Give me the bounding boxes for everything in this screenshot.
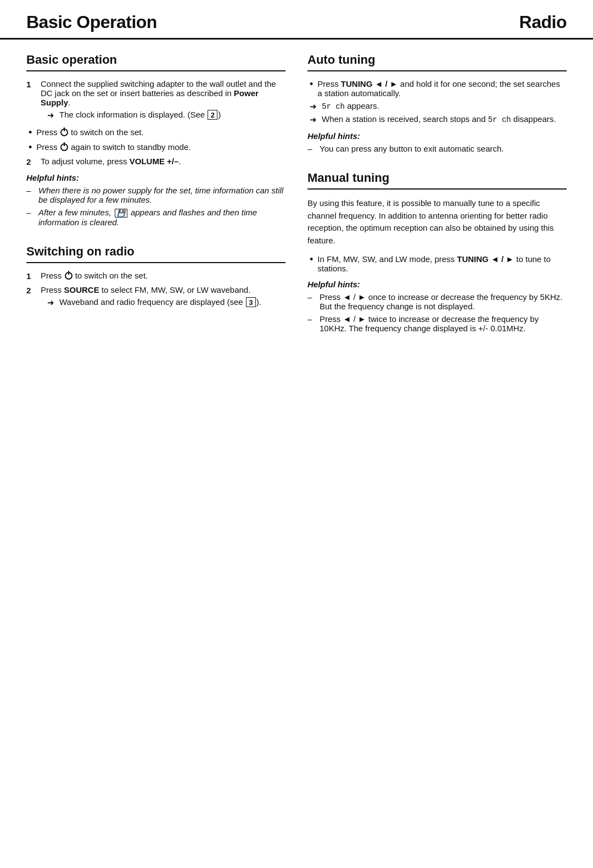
display-srch: 5r ch — [322, 102, 345, 111]
hint-3-text-2: Press ◄ / ► twice to increase or decreas… — [320, 314, 567, 333]
section-title-switching: Switching on radio — [26, 244, 286, 263]
auto-bullet-dot: • — [310, 79, 313, 91]
helpful-hints-list-1: – When there is no power supply for the … — [26, 186, 286, 227]
helpful-hints-list-2: – You can press any button to exit autom… — [307, 144, 567, 153]
bullet-standby: • Press again to switch to standby mode. — [26, 142, 286, 154]
auto-arrow-icon-2: ➜ — [310, 115, 317, 125]
bullet-text-2: Press again to switch to standby mode. — [36, 142, 191, 152]
manual-tuning-bullet-1: • In FM, MW, SW, and LW mode, press TUNI… — [307, 254, 567, 273]
section-basic-operation: Basic operation 1 Connect the supplied s… — [26, 53, 286, 227]
switch-step-1: 1 Press to switch on the set. — [26, 271, 286, 281]
dash-4: – — [307, 292, 315, 302]
step-2-text: To adjust volume, press VOLUME +/–. — [41, 157, 181, 166]
auto-arrow-icon-1: ➜ — [310, 102, 317, 112]
switch-step-2-content: Press SOURCE to select FM, MW, SW, or LW… — [41, 285, 286, 310]
bullet-text-1: Press to switch on the set. — [36, 127, 143, 137]
dash-1: – — [26, 186, 34, 195]
display-srch-2: 5r ch — [488, 115, 511, 124]
hint-1-text-2: After a few minutes, 💾 appears and flash… — [38, 208, 286, 227]
switch-step-1-text: Press to switch on the set. — [41, 271, 148, 280]
auto-arrow-text-2: When a station is received, search stops… — [322, 114, 556, 124]
section-title-manual-tuning: Manual tuning — [307, 171, 567, 190]
hint-1-item-1: – When there is no power supply for the … — [26, 186, 286, 204]
hint-3-item-1: – Press ◄ / ► once to increase or decrea… — [307, 292, 567, 311]
power-icon-2 — [60, 143, 68, 151]
auto-arrow-1: ➜ 5r ch appears. — [310, 101, 567, 112]
step-2: 2 To adjust volume, press VOLUME +/–. — [26, 157, 286, 166]
section-title-auto-tuning: Auto tuning — [307, 53, 567, 71]
dash-3: – — [307, 144, 315, 153]
step-number-2: 2 — [26, 157, 35, 166]
step-2-content: To adjust volume, press VOLUME +/–. — [41, 157, 286, 166]
section-switching-on-radio: Switching on radio 1 Press to switch on … — [26, 244, 286, 310]
helpful-hints-title-1: Helpful hints: — [26, 173, 286, 182]
auto-arrow-text-1: 5r ch appears. — [322, 101, 379, 111]
basic-operation-steps: 1 Connect the supplied switching adapter… — [26, 79, 286, 123]
hint-3-text-1: Press ◄ / ► once to increase or decrease… — [320, 292, 567, 311]
switching-steps: 1 Press to switch on the set. 2 Press SO… — [26, 271, 286, 310]
dash-2: – — [26, 208, 34, 217]
switch-step-2-arrow: ➜ Waveband and radio frequency are displ… — [47, 297, 286, 308]
step-1-content: Connect the supplied switching adapter t… — [41, 79, 286, 123]
bullet-power-on: • Press to switch on the set. — [26, 127, 286, 139]
step-1-text: Connect the supplied switching adapter t… — [41, 79, 276, 107]
manual-tuning-text: In FM, MW, SW, and LW mode, press TUNING… — [317, 254, 567, 273]
header-title-left: Basic Operation — [26, 12, 157, 32]
hint-3-item-2: – Press ◄ / ► twice to increase or decre… — [307, 314, 567, 333]
manual-tuning-intro: By using this feature, it is possible to… — [307, 197, 567, 247]
manual-bullet-dot: • — [310, 254, 313, 266]
step-1-arrow-text: The clock information is displayed. (See… — [59, 110, 221, 120]
step-1-arrow: ➜ The clock information is displayed. (S… — [47, 110, 286, 120]
switch-step-num-2: 2 — [26, 285, 35, 295]
display-icon: 💾 — [115, 209, 127, 218]
switch-step-num-1: 1 — [26, 271, 35, 281]
hint-2-item-1: – You can press any button to exit autom… — [307, 144, 567, 153]
switch-step-2-text: Press SOURCE to select FM, MW, SW, or LW… — [41, 285, 250, 294]
bullet-dot-2: • — [29, 142, 32, 154]
dash-5: – — [307, 314, 315, 324]
section-auto-tuning: Auto tuning • Press TUNING ◄ / ► and hol… — [307, 53, 567, 153]
auto-arrow-2: ➜ When a station is received, search sto… — [310, 114, 567, 125]
basic-operation-step2-list: 2 To adjust volume, press VOLUME +/–. — [26, 157, 286, 166]
switch-step-2-arrow-text: Waveband and radio frequency are display… — [59, 297, 261, 308]
manual-tuning-bullets: • In FM, MW, SW, and LW mode, press TUNI… — [307, 254, 567, 273]
bullet-dot-1: • — [29, 127, 32, 139]
header-title-right: Radio — [519, 12, 567, 32]
box-2: 2 — [208, 110, 217, 120]
main-content: Basic operation 1 Connect the supplied s… — [0, 40, 593, 372]
left-column: Basic operation 1 Connect the supplied s… — [26, 53, 286, 350]
hint-1-item-2: – After a few minutes, 💾 appears and fla… — [26, 208, 286, 227]
arrow-icon-1: ➜ — [47, 110, 55, 120]
arrow-icon-2: ➜ — [47, 298, 55, 308]
power-icon-1 — [60, 129, 68, 136]
right-column: Auto tuning • Press TUNING ◄ / ► and hol… — [307, 53, 567, 350]
helpful-hints-title-2: Helpful hints: — [307, 131, 567, 141]
basic-operation-bullets: • Press to switch on the set. • Press ag… — [26, 127, 286, 153]
section-title-basic-operation: Basic operation — [26, 53, 286, 71]
auto-tuning-bullet-1: • Press TUNING ◄ / ► and hold it for one… — [307, 79, 567, 98]
section-manual-tuning: Manual tuning By using this feature, it … — [307, 171, 567, 333]
hint-1-text-1: When there is no power supply for the se… — [38, 186, 286, 204]
power-icon-3 — [65, 272, 72, 280]
box-3: 3 — [246, 297, 256, 307]
step-1: 1 Connect the supplied switching adapter… — [26, 79, 286, 123]
page-header: Basic Operation Radio — [0, 0, 593, 40]
auto-tuning-text: Press TUNING ◄ / ► and hold it for one s… — [317, 79, 567, 98]
helpful-hints-list-3: – Press ◄ / ► once to increase or decrea… — [307, 292, 567, 333]
hint-2-text-1: You can press any button to exit automat… — [320, 144, 504, 153]
auto-tuning-bullets: • Press TUNING ◄ / ► and hold it for one… — [307, 79, 567, 98]
step-number-1: 1 — [26, 79, 35, 89]
switch-step-2: 2 Press SOURCE to select FM, MW, SW, or … — [26, 285, 286, 310]
switch-step-1-content: Press to switch on the set. — [41, 271, 286, 280]
helpful-hints-title-3: Helpful hints: — [307, 280, 567, 289]
